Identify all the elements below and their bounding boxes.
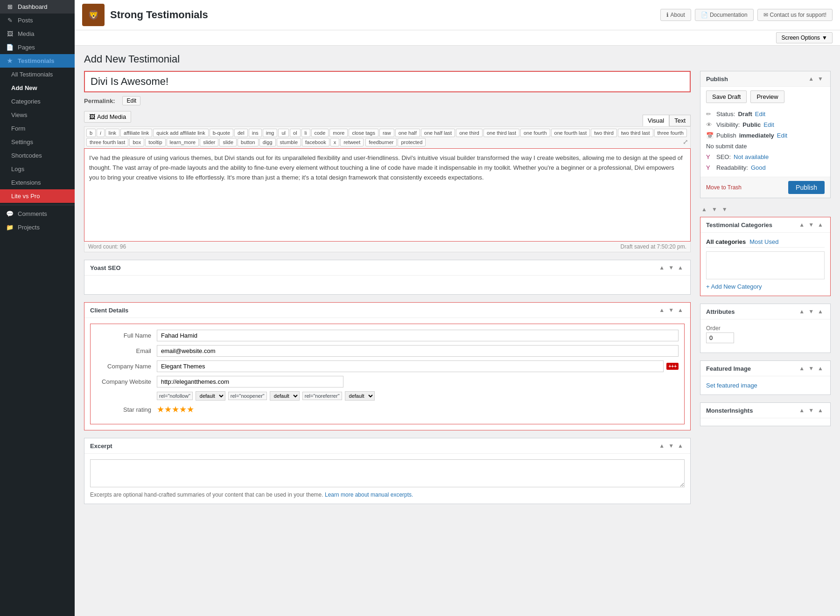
- mi-down-icon[interactable]: ▼: [807, 407, 815, 414]
- screen-options-button[interactable]: Screen Options ▼: [776, 32, 833, 43]
- client-collapse-icon[interactable]: ▲: [676, 306, 685, 314]
- toolbar-btn-ins[interactable]: ins: [249, 129, 262, 137]
- fi-down-icon[interactable]: ▼: [807, 365, 815, 372]
- company-badge[interactable]: +++: [666, 363, 679, 370]
- sidebar-item-lite-vs-pro[interactable]: Lite vs Pro: [0, 189, 75, 203]
- toolbar-btn-slider[interactable]: slider: [200, 138, 218, 146]
- toolbar-btn-facebook[interactable]: facebook: [302, 138, 329, 146]
- visibility-edit-link[interactable]: Edit: [763, 121, 774, 128]
- monster-insights-header[interactable]: MonsterInsights ▲ ▼ ▲: [700, 403, 830, 418]
- sidebar-item-settings[interactable]: Settings: [0, 135, 75, 149]
- all-categories-tab[interactable]: All categories: [706, 238, 746, 245]
- toolbar-btn-learn-more[interactable]: learn_more: [167, 138, 199, 146]
- toolbar-btn-slide[interactable]: slide: [219, 138, 237, 146]
- tab-visual[interactable]: Visual: [643, 115, 669, 126]
- tc-up-icon[interactable]: ▲: [798, 221, 806, 228]
- toolbar-btn-one-half-last[interactable]: one half last: [421, 129, 455, 137]
- seo-value-link[interactable]: Not available: [734, 153, 769, 160]
- sidebar-item-extensions[interactable]: Extensions: [0, 176, 75, 189]
- fi-up-icon[interactable]: ▲: [798, 365, 806, 372]
- most-used-tab[interactable]: Most Used: [749, 238, 778, 245]
- add-media-button[interactable]: 🖼 Add Media: [84, 111, 131, 123]
- publish-button[interactable]: Publish: [788, 181, 825, 194]
- sidebar-item-media[interactable]: 🖼 Media: [0, 27, 75, 41]
- testimonial-categories-header[interactable]: Testimonial Categories ▲ ▼ ▲: [700, 217, 830, 233]
- order-input[interactable]: [706, 332, 734, 343]
- company-name-input[interactable]: [157, 360, 664, 372]
- toolbar-btn-stumble[interactable]: stumble: [277, 138, 301, 146]
- toolbar-btn-feedburner[interactable]: feedburner: [365, 138, 397, 146]
- company-website-input[interactable]: [157, 376, 343, 388]
- rel-noreferrer-select[interactable]: default: [345, 391, 375, 401]
- toolbar-btn-box[interactable]: box: [129, 138, 144, 146]
- status-edit-link[interactable]: Edit: [755, 111, 765, 118]
- sidebar-item-categories[interactable]: Categories: [0, 95, 75, 108]
- documentation-button[interactable]: 📄 Documentation: [695, 9, 754, 21]
- publish-up-icon[interactable]: ▲: [807, 75, 815, 83]
- client-details-header[interactable]: Client Details ▲ ▼ ▲: [84, 303, 690, 318]
- sidebar-item-add-new[interactable]: Add New: [0, 81, 75, 95]
- toolbar-btn-one-third-last[interactable]: one third last: [483, 129, 519, 137]
- toolbar-btn-code[interactable]: code: [311, 129, 329, 137]
- toolbar-btn-one-half[interactable]: one half: [395, 129, 420, 137]
- toolbar-btn-affiliate-link[interactable]: affiliate link: [120, 129, 152, 137]
- yoast-down-icon[interactable]: ▼: [667, 264, 675, 271]
- sidebar-item-logs[interactable]: Logs: [0, 162, 75, 176]
- contact-button[interactable]: ✉ Contact us for support!: [757, 9, 833, 21]
- toolbar-btn-tooltip[interactable]: tooltip: [145, 138, 165, 146]
- star-rating[interactable]: ★★★★★: [157, 404, 194, 415]
- about-button[interactable]: ℹ About: [660, 9, 691, 21]
- toolbar-btn-digg[interactable]: digg: [259, 138, 276, 146]
- toolbar-btn-li[interactable]: li: [301, 129, 310, 137]
- excerpt-textarea[interactable]: [90, 459, 685, 487]
- client-down-icon[interactable]: ▼: [667, 306, 675, 314]
- excerpt-up-icon[interactable]: ▲: [658, 442, 666, 450]
- preview-button[interactable]: Preview: [750, 90, 784, 103]
- toolbar-btn-del[interactable]: del: [234, 129, 248, 137]
- rel-nofollow-select[interactable]: default: [196, 391, 225, 401]
- toolbar-btn-raw[interactable]: raw: [379, 129, 394, 137]
- sidebar-item-pages[interactable]: 📄 Pages: [0, 41, 75, 54]
- set-featured-image-link[interactable]: Set featured image: [706, 382, 757, 389]
- toolbar-btn-button[interactable]: button: [238, 138, 259, 146]
- sidebar-item-comments[interactable]: 💬 Comments: [0, 207, 75, 221]
- toolbar-expand-icon[interactable]: ⤢: [683, 138, 688, 146]
- yoast-seo-header[interactable]: Yoast SEO ▲ ▼ ▲: [84, 260, 690, 276]
- sidebar-item-shortcodes[interactable]: Shortcodes: [0, 149, 75, 162]
- fi-collapse-icon[interactable]: ▲: [816, 365, 825, 372]
- yoast-up-icon[interactable]: ▲: [658, 264, 666, 271]
- toolbar-btn-one-fourth-last[interactable]: one fourth last: [551, 129, 590, 137]
- toolbar-btn-bquote[interactable]: b-quote: [210, 129, 233, 137]
- sidebar-collapse-icon[interactable]: ▼: [721, 206, 729, 213]
- toolbar-btn-link[interactable]: link: [105, 129, 120, 137]
- toolbar-btn-three-fourth-last[interactable]: three fourth last: [86, 138, 128, 146]
- sidebar-item-dashboard[interactable]: ⊞ Dashboard: [0, 0, 75, 14]
- toolbar-btn-b[interactable]: b: [86, 129, 96, 137]
- post-title-input[interactable]: [84, 71, 691, 92]
- featured-image-header[interactable]: Featured Image ▲ ▼ ▲: [700, 361, 830, 376]
- client-up-icon[interactable]: ▲: [658, 306, 666, 314]
- schedule-edit-link[interactable]: Edit: [777, 132, 787, 139]
- sidebar-up-icon[interactable]: ▲: [700, 206, 708, 213]
- add-new-category-link[interactable]: + Add New Category: [706, 283, 762, 290]
- toolbar-btn-close-tags[interactable]: close tags: [349, 129, 378, 137]
- sidebar-item-projects[interactable]: 📁 Projects: [0, 221, 75, 234]
- attributes-header[interactable]: Attributes ▲ ▼ ▲: [700, 304, 830, 319]
- attr-collapse-icon[interactable]: ▲: [816, 308, 825, 315]
- toolbar-btn-two-third-last[interactable]: two third last: [618, 129, 653, 137]
- excerpt-header[interactable]: Excerpt ▲ ▼ ▲: [84, 438, 690, 454]
- full-name-input[interactable]: [157, 330, 679, 341]
- mi-collapse-icon[interactable]: ▲: [816, 407, 825, 414]
- toolbar-btn-ul[interactable]: ul: [278, 129, 289, 137]
- toolbar-btn-one-third[interactable]: one third: [456, 129, 483, 137]
- readability-value-link[interactable]: Good: [751, 164, 766, 171]
- tc-down-icon[interactable]: ▼: [807, 221, 815, 228]
- excerpt-down-icon[interactable]: ▼: [667, 442, 675, 450]
- move-to-trash-link[interactable]: Move to Trash: [706, 184, 742, 191]
- sidebar-item-posts[interactable]: ✎ Posts: [0, 14, 75, 27]
- toolbar-btn-x[interactable]: x: [330, 138, 340, 146]
- tab-text[interactable]: Text: [669, 115, 691, 126]
- save-draft-button[interactable]: Save Draft: [706, 90, 747, 103]
- attr-down-icon[interactable]: ▼: [807, 308, 815, 315]
- toolbar-btn-i[interactable]: i: [97, 129, 104, 137]
